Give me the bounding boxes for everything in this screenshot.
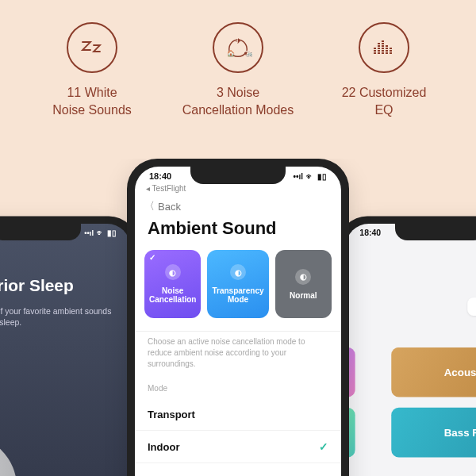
svg-rect-17 <box>386 45 388 47</box>
card-label: Noise Cancellation <box>149 286 196 304</box>
sleep-zz-icon <box>67 22 117 73</box>
mode-card-transparency[interactable]: ◐ Transparency Mode <box>207 250 268 318</box>
headphone-icon: ◐ <box>165 264 181 280</box>
check-icon: ✓ <box>319 440 328 453</box>
eq-tile-acoustic[interactable]: Acoustic <box>391 347 476 397</box>
mode-row-label: Transport <box>148 409 195 420</box>
feature-label: 22 Customized EQ <box>342 84 427 118</box>
headphone-icon: ◐ <box>295 269 311 285</box>
svg-rect-13 <box>382 45 384 47</box>
svg-rect-10 <box>378 52 380 54</box>
svg-rect-7 <box>378 45 380 47</box>
check-icon: ✓ <box>149 253 155 262</box>
device-notch <box>190 167 286 184</box>
device-notch <box>0 224 81 240</box>
hint-text: Choose an active noise cancellation mode… <box>135 331 341 381</box>
phones-stage: 18:40 ••ılᯤ▮▯ TestFlight Superior Sleep … <box>0 159 476 476</box>
sleep-title: Superior Sleep <box>0 248 130 305</box>
svg-rect-3 <box>374 48 376 49</box>
svg-text:✈: ✈ <box>236 38 241 45</box>
cycle-modes-icon: ✈🚲🏠 <box>213 22 263 73</box>
svg-rect-20 <box>386 52 388 54</box>
svg-rect-16 <box>382 52 384 54</box>
svg-rect-14 <box>382 48 384 49</box>
mode-card-normal[interactable]: ◐ Normal <box>275 250 332 318</box>
wifi-icon: ᯤ <box>306 172 314 181</box>
svg-rect-18 <box>386 48 388 49</box>
svg-rect-19 <box>386 50 388 52</box>
back-label: Back <box>158 201 181 213</box>
status-time: 18:40 <box>149 171 171 181</box>
card-label: Transparency Mode <box>212 286 263 304</box>
feature-eq: 22 Customized EQ <box>317 22 451 118</box>
moon-illustration <box>0 435 17 476</box>
signal-icon: ••ıl <box>293 172 303 181</box>
svg-rect-23 <box>390 52 392 54</box>
svg-rect-5 <box>374 52 376 54</box>
mode-row-label: Indoor <box>148 441 179 453</box>
chevron-left-icon: 〈 <box>144 199 155 213</box>
svg-rect-4 <box>374 50 376 52</box>
svg-text:🏠: 🏠 <box>227 49 235 57</box>
device-notch <box>395 224 476 240</box>
mode-section-label: Mode <box>135 381 341 399</box>
feature-row: 11 White Noise Sounds ✈🚲🏠 3 Noise Cancel… <box>0 0 476 128</box>
page-title: Ambient Sound <box>135 217 341 250</box>
svg-rect-11 <box>382 40 384 42</box>
phone-sleep: 18:40 ••ılᯤ▮▯ TestFlight Superior Sleep … <box>0 217 137 477</box>
feature-label: 3 Noise Cancellation Modes <box>182 84 294 118</box>
card-label: Normal <box>290 291 317 300</box>
battery-icon: ▮▯ <box>317 172 327 181</box>
wifi-icon: ᯤ <box>97 228 105 236</box>
svg-rect-12 <box>382 43 384 44</box>
svg-rect-15 <box>382 50 384 52</box>
mode-row-transport[interactable]: Transport <box>135 399 341 431</box>
headphone-icon: ◐ <box>230 264 246 280</box>
feature-label: 11 White Noise Sounds <box>52 84 132 118</box>
back-button[interactable]: 〈 Back <box>135 193 341 217</box>
eq-tile-bass-reducer[interactable]: Bass Reducer <box>391 408 476 458</box>
svg-rect-22 <box>390 50 392 52</box>
battery-icon: ▮▯ <box>107 228 116 236</box>
feature-white-noise: 11 White Noise Sounds <box>25 22 159 118</box>
mode-row-indoor[interactable]: Indoor ✓ <box>135 431 341 463</box>
svg-rect-8 <box>378 48 380 49</box>
signal-icon: ••ıl <box>84 228 94 236</box>
svg-rect-21 <box>390 48 392 49</box>
svg-text:🚲: 🚲 <box>246 49 252 57</box>
phone-eq: 18:40 ••ılᯤ▮▯ Custom Acoustic Bass Reduc… <box>339 217 476 477</box>
mode-card-noise-cancellation[interactable]: ✓ ◐ Noise Cancellation <box>144 250 201 318</box>
status-time: 18:40 <box>359 228 381 237</box>
feature-noise-cancel: ✈🚲🏠 3 Noise Cancellation Modes <box>171 22 305 118</box>
sleep-subtitle: Use a mix of your favorite ambient sound… <box>0 306 130 344</box>
svg-rect-9 <box>378 50 380 52</box>
svg-rect-6 <box>378 43 380 44</box>
phone-ambient: 18:40 ••ılᯤ▮▯ ◂ TestFlight 〈 Back Ambien… <box>127 159 349 476</box>
equalizer-icon <box>359 22 409 73</box>
eq-custom-button[interactable]: Custom <box>467 298 476 316</box>
